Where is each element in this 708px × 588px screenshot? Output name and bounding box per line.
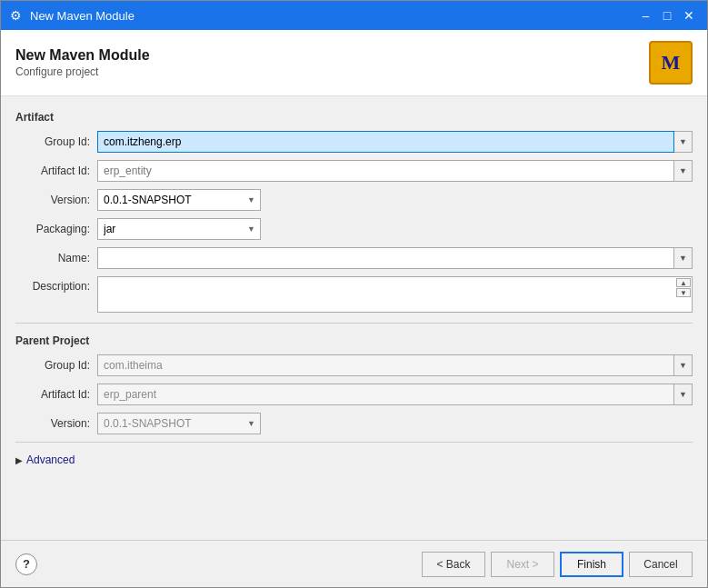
divider-2: [15, 442, 693, 443]
name-input[interactable]: [97, 247, 674, 269]
description-row: Description: ▲ ▼: [15, 276, 693, 315]
maximize-button[interactable]: □: [658, 6, 676, 25]
parent-group-id-dropdown-btn[interactable]: ▼: [674, 354, 693, 376]
description-textarea[interactable]: [97, 276, 693, 313]
artifact-section-title: Artifact: [15, 107, 693, 124]
parent-version-row: Version: 0.0.1-SNAPSHOT: [15, 413, 693, 434]
group-id-label: Group Id:: [15, 135, 97, 148]
packaging-row: Packaging: jar war pom: [15, 218, 693, 240]
maven-icon: M: [649, 41, 693, 85]
parent-artifact-id-row: Artifact Id: ▼: [15, 384, 693, 405]
parent-group-id-row: Group Id: ▼: [15, 354, 693, 376]
title-bar-icon: ⚙: [10, 8, 25, 23]
dialog-subtitle: Configure project: [15, 65, 150, 78]
group-id-row: Group Id: ▼: [15, 131, 693, 153]
artifact-id-row: Artifact Id: ▼: [15, 160, 693, 182]
artifact-id-dropdown-btn[interactable]: ▼: [674, 160, 693, 182]
version-select[interactable]: 0.0.1-SNAPSHOT 1.0.0 1.0-SNAPSHOT: [97, 189, 261, 211]
scroll-up-btn[interactable]: ▲: [676, 278, 691, 287]
description-label: Description:: [15, 276, 97, 293]
dialog-header: New Maven Module Configure project M: [1, 30, 707, 96]
artifact-id-label: Artifact Id:: [15, 164, 97, 177]
divider-1: [15, 323, 693, 324]
group-id-input[interactable]: [97, 131, 674, 153]
help-button[interactable]: ?: [15, 553, 37, 575]
parent-group-id-input[interactable]: [97, 354, 674, 376]
dialog: ⚙ New Maven Module ‒ □ ✕ New Maven Modul…: [0, 0, 708, 588]
name-label: Name:: [15, 252, 97, 264]
parent-project-section-title: Parent Project: [15, 331, 693, 347]
back-button[interactable]: < Back: [422, 552, 485, 577]
close-button[interactable]: ✕: [680, 6, 698, 25]
name-dropdown-btn[interactable]: ▼: [674, 247, 693, 269]
parent-group-id-label: Group Id:: [15, 359, 97, 372]
cancel-button[interactable]: Cancel: [629, 552, 693, 577]
parent-artifact-id-label: Artifact Id:: [15, 388, 97, 401]
group-id-dropdown-btn[interactable]: ▼: [674, 131, 693, 153]
packaging-label: Packaging:: [15, 223, 97, 235]
artifact-id-input[interactable]: [97, 160, 674, 182]
parent-artifact-id-dropdown-btn[interactable]: ▼: [674, 384, 693, 405]
version-label: Version:: [15, 194, 97, 206]
version-row: Version: 0.0.1-SNAPSHOT 1.0.0 1.0-SNAPSH…: [15, 189, 693, 211]
dialog-title: New Maven Module: [15, 47, 150, 64]
dialog-footer: ? < Back Next > Finish Cancel: [1, 540, 707, 587]
dialog-content: Artifact Group Id: ▼ Artifact Id: ▼ Vers…: [1, 96, 707, 540]
parent-version-select[interactable]: 0.0.1-SNAPSHOT: [97, 413, 261, 434]
packaging-select[interactable]: jar war pom: [97, 218, 261, 240]
parent-artifact-id-input[interactable]: [97, 384, 674, 405]
finish-button[interactable]: Finish: [560, 552, 623, 577]
advanced-label[interactable]: Advanced: [26, 453, 75, 466]
advanced-row[interactable]: ▶ Advanced: [15, 450, 693, 470]
parent-version-label: Version:: [15, 417, 97, 430]
advanced-arrow-icon: ▶: [15, 455, 23, 465]
title-bar-title: New Maven Module: [30, 9, 135, 23]
scroll-down-btn[interactable]: ▼: [676, 288, 691, 297]
minimize-button[interactable]: ‒: [636, 6, 654, 25]
name-row: Name: ▼: [15, 247, 693, 269]
title-bar: ⚙ New Maven Module ‒ □ ✕: [1, 1, 707, 30]
next-button[interactable]: Next >: [491, 552, 554, 577]
